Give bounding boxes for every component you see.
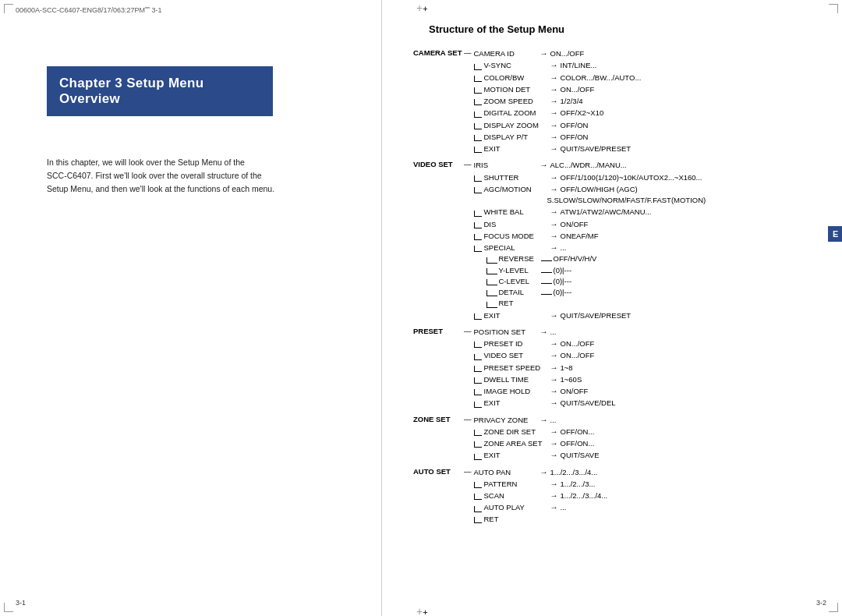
- digitalzoom-arrow: →: [550, 107, 558, 119]
- p-exit-label: EXIT: [484, 398, 548, 409]
- reverse-label: REVERSE: [499, 253, 540, 264]
- clevel-value: (0)|---: [554, 276, 572, 287]
- zonedirset-connector: [474, 430, 482, 436]
- vs-exit-arrow: →: [550, 310, 558, 321]
- pattern-arrow: →: [550, 478, 558, 490]
- clevel-line: [541, 283, 552, 284]
- positionset-label: POSITION SET: [474, 327, 538, 338]
- as-ret-label: RET: [484, 514, 548, 525]
- camera-id-label: CAMERA ID: [474, 48, 538, 59]
- motiondet-label: MOTION DET: [484, 84, 548, 95]
- zone-set-rows: PRIVACY ZONE → ... ZONE DIR SET → OFF/ON…: [474, 414, 600, 462]
- presetspeed-arrow: →: [550, 362, 558, 373]
- shutter-value: OFF/1/100(1/120)~10K/AUTOX2...~X160...: [561, 172, 702, 183]
- zonedirset-label: ZONE DIR SET: [484, 427, 548, 437]
- autoplay-arrow: →: [550, 501, 558, 513]
- motiondet-connector: [474, 87, 482, 94]
- video-set-label: VIDEO SET: [413, 159, 464, 170]
- page-num-left: 3-1: [16, 599, 26, 607]
- chapter-title: Chapter 3 Setup Menu Overview: [47, 66, 273, 116]
- left-page: 00600A-SCC-C6407-ENG8/17/063:27PM˜˜ 3-1 …: [0, 0, 382, 616]
- camera-set-label: CAMERA SET: [413, 48, 464, 58]
- preset-label: PRESET: [413, 326, 464, 337]
- page-num-right: 3-2: [816, 599, 826, 607]
- detail-line: [541, 294, 552, 295]
- motiondet-arrow: →: [550, 83, 558, 95]
- page-container: + 00600A-SCC-C6407-ENG8/17/063:27PM˜˜ 3-…: [0, 0, 842, 616]
- autoplay-connector: [474, 506, 482, 512]
- whitebal-label: WHITE BAL: [484, 207, 548, 218]
- pattern-label: PATTERN: [484, 479, 548, 490]
- shutter-connector: [474, 175, 482, 182]
- section-title: Structure of the Setup Menu: [429, 23, 826, 35]
- video-set-arrow: —: [464, 159, 472, 170]
- colorbw-label: COLOR/BW: [484, 73, 548, 83]
- presetid-connector: [474, 342, 482, 348]
- detail-row: DETAIL (0)|---: [486, 287, 706, 298]
- presetspeed-label: PRESET SPEED: [484, 363, 548, 373]
- zoomspeed-arrow: →: [550, 95, 558, 107]
- agc-label: AGC/MOTION: [484, 184, 548, 195]
- video-set-rows: IRIS → ALC.../WDR.../MANU... SHUTTER → O…: [474, 159, 706, 321]
- special-value: ...: [561, 243, 567, 253]
- cs-exit-value: QUIT/SAVE/PRESET: [561, 143, 632, 154]
- dwelltime-value: 1~60S: [561, 374, 582, 385]
- colorbw-arrow: →: [550, 72, 558, 83]
- vsync-label: V-SYNC: [484, 60, 548, 71]
- displaypt-label: DISPLAY P/T: [484, 132, 548, 143]
- focusmode-label: FOCUS MODE: [484, 231, 548, 242]
- special-label: SPECIAL: [484, 243, 548, 253]
- vs-exit-value: QUIT/SAVE/PRESET: [561, 310, 632, 321]
- autopan-arrow: →: [540, 466, 548, 478]
- reverse-conn: [486, 257, 497, 264]
- scan-label: SCAN: [484, 490, 548, 501]
- pvideoset-value: ON.../OFF: [561, 350, 595, 361]
- autopan-label: AUTO PAN: [474, 467, 538, 478]
- presetspeed-connector: [474, 366, 482, 372]
- digitalzoom-connector: [474, 112, 482, 118]
- pvideoset-connector: [474, 354, 482, 360]
- desc-line1: In this chapter, we will look over the S…: [47, 158, 245, 167]
- clevel-row: C-LEVEL (0)|---: [486, 276, 706, 287]
- desc-line3: Setup Menu, and then we'll look at the f…: [47, 184, 274, 193]
- auto-set-label: AUTO SET: [413, 466, 464, 477]
- p-exit-connector: [474, 402, 482, 408]
- agc-connector: [474, 187, 482, 193]
- special-arrow: →: [550, 242, 558, 253]
- p-exit-value: QUIT/SAVE/DEL: [561, 398, 616, 409]
- ret-row: RET: [486, 298, 706, 309]
- presetid-label: PRESET ID: [484, 338, 548, 349]
- displaypt-connector: [474, 135, 482, 141]
- chapter-description: In this chapter, we will look over the S…: [47, 156, 281, 195]
- dwelltime-label: DWELL TIME: [484, 374, 548, 385]
- dis-arrow: →: [550, 218, 558, 230]
- vsync-value: INT/LINE...: [561, 60, 597, 71]
- cs-exit-arrow: →: [550, 143, 558, 154]
- dis-label: DIS: [484, 219, 548, 230]
- presetid-value: ON.../OFF: [561, 338, 595, 349]
- z-exit-label: EXIT: [484, 450, 548, 461]
- camera-set-rows: CAMERA ID → ON.../OFF V-SYNC → INT/LINE.…: [474, 48, 642, 154]
- reg-mark-br: [829, 603, 838, 612]
- zonedirset-arrow: →: [550, 426, 558, 437]
- whitebal-value: ATW1/ATW2/AWC/MANU...: [561, 207, 652, 218]
- privacyzone-arrow: →: [540, 414, 548, 426]
- dis-value: ON/OFF: [561, 219, 589, 230]
- menu-structure: CAMERA SET — CAMERA ID → ON.../OFF V-SYN…: [413, 48, 826, 525]
- detail-value: (0)|---: [554, 287, 572, 298]
- displayzoom-arrow: →: [550, 119, 558, 131]
- displaypt-value: OFF/ON: [561, 132, 589, 143]
- agc-value2: S.SLOW/SLOW/NORM/FAST/F.FAST(MOTION): [547, 195, 706, 206]
- z-exit-arrow: →: [550, 449, 558, 461]
- p-exit-arrow: →: [550, 397, 558, 409]
- colorbw-value: COLOR.../BW.../AUTO...: [561, 73, 642, 83]
- camera-set-arrow: —: [464, 48, 472, 58]
- vsync-connector: [474, 64, 482, 70]
- auto-set-arrow: —: [464, 466, 472, 477]
- cs-exit-label: EXIT: [484, 143, 548, 154]
- dis-connector: [474, 222, 482, 228]
- preset-group: PRESET — POSITION SET → ... PRESET ID → …: [413, 326, 826, 409]
- camera-id-arrow: →: [540, 48, 548, 59]
- privacyzone-label: PRIVACY ZONE: [474, 415, 538, 426]
- camera-id-value: ON.../OFF: [550, 48, 585, 59]
